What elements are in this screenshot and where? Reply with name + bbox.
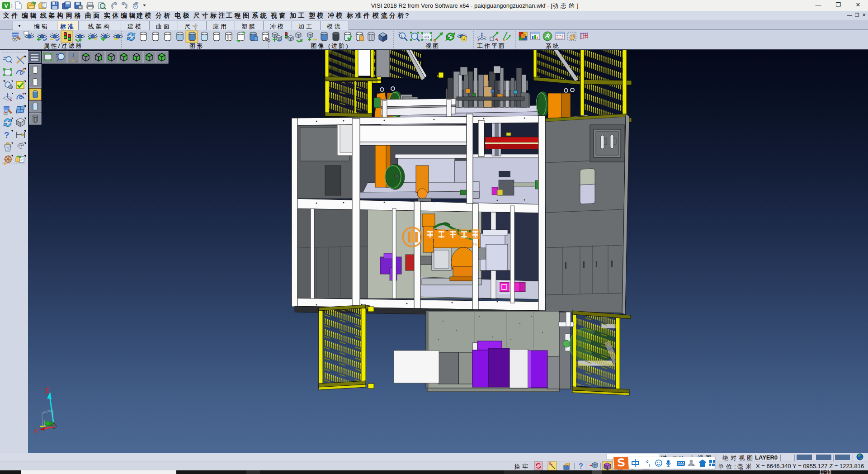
svg-text:?: ? bbox=[579, 462, 583, 470]
svg-text:°,: °, bbox=[646, 460, 651, 467]
svg-text:WWW.FACAIZILIAO.DATA: WWW.FACAIZILIAO.DATA bbox=[425, 242, 477, 246]
svg-text:?: ? bbox=[4, 130, 9, 140]
svg-text:±: ± bbox=[401, 34, 403, 38]
svg-text:Z: Z bbox=[45, 387, 49, 394]
svg-text:1:1: 1:1 bbox=[424, 35, 429, 39]
svg-text:X: X bbox=[34, 427, 38, 434]
svg-text:V: V bbox=[4, 2, 8, 9]
